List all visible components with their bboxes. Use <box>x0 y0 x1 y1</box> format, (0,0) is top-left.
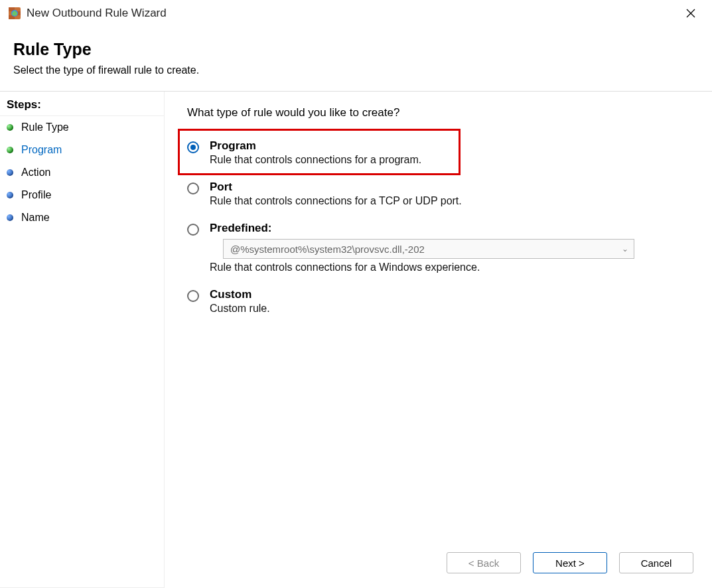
radio-port[interactable] <box>187 183 199 194</box>
option-custom-title: Custom <box>210 288 693 301</box>
step-label: Rule Type <box>21 121 69 133</box>
radio-program[interactable] <box>187 141 199 153</box>
page-heading: Rule Type <box>13 40 699 59</box>
back-button[interactable]: < Back <box>447 552 521 573</box>
option-custom[interactable]: Custom Custom rule. <box>187 288 693 315</box>
step-profile[interactable]: Profile <box>0 184 164 206</box>
step-bullet-icon <box>7 214 13 221</box>
page-subheading: Select the type of firewall rule to crea… <box>13 64 699 76</box>
rule-type-prompt: What type of rule would you like to crea… <box>187 106 693 119</box>
predefined-select[interactable]: @%systemroot%\system32\provsvc.dll,-202 … <box>223 239 634 259</box>
option-program-desc: Rule that controls connections for a pro… <box>210 154 693 166</box>
option-program-title: Program <box>210 139 693 153</box>
option-port[interactable]: Port Rule that controls connections for … <box>187 181 693 207</box>
step-bullet-icon <box>7 169 13 176</box>
main-panel: What type of rule would you like to crea… <box>165 92 712 588</box>
radio-predefined[interactable] <box>187 224 199 236</box>
step-action[interactable]: Action <box>0 161 164 184</box>
step-bullet-icon <box>7 124 13 131</box>
step-label: Name <box>21 212 50 224</box>
option-program[interactable]: Program Rule that controls connections f… <box>187 139 693 166</box>
option-predefined[interactable]: Predefined: @%systemroot%\system32\provs… <box>187 222 693 273</box>
close-button[interactable] <box>676 4 705 23</box>
steps-sidebar: Steps: Rule Type Program Action Profile … <box>0 92 165 588</box>
rule-type-options: Program Rule that controls connections f… <box>187 139 693 315</box>
predefined-select-value: @%systemroot%\system32\provsvc.dll,-202 <box>230 244 425 255</box>
wizard-footer: < Back Next > Cancel <box>187 546 693 580</box>
option-predefined-title: Predefined: <box>210 222 693 235</box>
radio-custom[interactable] <box>187 290 199 302</box>
firewall-icon <box>8 7 21 20</box>
step-rule-type[interactable]: Rule Type <box>0 116 164 139</box>
option-port-title: Port <box>210 181 693 194</box>
titlebar: New Outbound Rule Wizard <box>0 0 712 25</box>
step-bullet-icon <box>7 147 13 153</box>
step-label: Action <box>21 167 50 179</box>
wizard-header: Rule Type Select the type of firewall ru… <box>0 25 712 83</box>
chevron-down-icon: ⌄ <box>622 244 628 254</box>
step-name[interactable]: Name <box>0 206 164 229</box>
option-port-desc: Rule that controls connections for a TCP… <box>210 195 693 207</box>
step-program[interactable]: Program <box>0 139 164 161</box>
cancel-button[interactable]: Cancel <box>619 552 693 573</box>
steps-heading: Steps: <box>0 97 164 116</box>
option-custom-desc: Custom rule. <box>210 303 693 315</box>
next-button[interactable]: Next > <box>533 552 607 573</box>
step-label: Profile <box>21 189 51 201</box>
window-title: New Outbound Rule Wizard <box>27 7 167 20</box>
step-label: Program <box>21 144 62 156</box>
step-bullet-icon <box>7 192 13 198</box>
option-predefined-desc: Rule that controls connections for a Win… <box>210 261 693 273</box>
